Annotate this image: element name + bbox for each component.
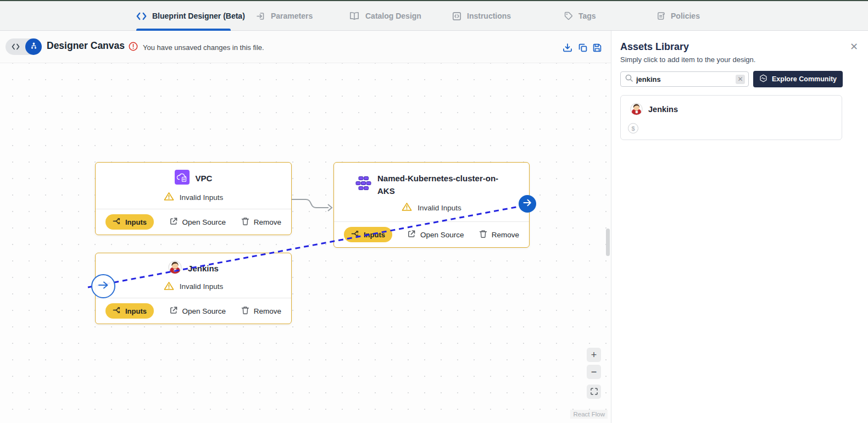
canvas-scrollbar-thumb[interactable] [606, 229, 610, 256]
inputs-button[interactable]: Inputs [105, 303, 154, 319]
remove-button[interactable]: Remove [241, 306, 281, 316]
warning-triangle-icon [402, 202, 412, 213]
tab-catalog-design[interactable]: Catalog Design [349, 1, 421, 31]
jenkins-icon [168, 260, 182, 276]
remove-label: Remove [492, 231, 519, 239]
page-title: Designer Canvas [47, 40, 125, 52]
community-hexagon-icon [759, 74, 767, 84]
tab-instructions[interactable]: Instructions [452, 1, 511, 31]
tab-label: Parameters [271, 12, 313, 20]
zoom-in-button[interactable]: + [587, 348, 601, 362]
branch-icon [113, 306, 121, 316]
asset-item-jenkins[interactable]: Jenkins $ [620, 95, 842, 140]
scroll-icon [656, 12, 665, 20]
tab-label: Policies [671, 12, 700, 20]
connection-handle-aks[interactable] [519, 195, 536, 213]
open-source-label: Open Source [182, 218, 226, 226]
node-vpc-body: VPC Invalid Inputs [96, 163, 291, 209]
trash-icon [479, 230, 487, 240]
org-chart-icon [30, 42, 38, 52]
top-nav: Blueprint Designer (Beta) Parameters Cat… [0, 1, 868, 31]
kubernetes-cluster-icon [355, 175, 371, 194]
remove-label: Remove [254, 218, 281, 226]
download-button[interactable] [563, 43, 572, 53]
dollar-circle-icon: $ [628, 123, 638, 133]
node-kubernetes-cluster[interactable]: Named-Kubernetes-cluster-on-AKS Invalid … [333, 162, 530, 248]
tab-tags[interactable]: Tags [564, 1, 596, 31]
react-flow-attribution: React Flow [570, 410, 608, 419]
node-title: VPC [196, 174, 213, 183]
arrow-into-box-icon [256, 12, 265, 21]
clear-x-icon: ✕ [737, 75, 743, 84]
fit-view-icon [591, 385, 598, 398]
inputs-button[interactable]: Inputs [344, 227, 392, 242]
open-source-label: Open Source [182, 307, 226, 315]
inputs-button[interactable]: Inputs [105, 214, 154, 230]
warning-circle-icon [129, 42, 138, 53]
designer-canvas[interactable]: VPC Invalid Inputs Inputs Open Source Re… [0, 31, 611, 423]
vpc-to-aks-edge [292, 199, 329, 208]
code-icon [136, 12, 147, 20]
inputs-label: Inputs [364, 231, 385, 239]
open-source-label: Open Source [420, 231, 464, 239]
explore-community-label: Explore Community [772, 75, 837, 83]
arrow-right-icon [523, 199, 532, 209]
trash-icon [241, 306, 249, 316]
open-source-button[interactable]: Open Source [169, 217, 226, 227]
designer-view-button[interactable] [25, 38, 42, 55]
vpc-to-aks-edge-arrowhead [328, 204, 332, 211]
asset-name: Jenkins [648, 105, 678, 114]
clear-search-button[interactable]: ✕ [736, 75, 745, 84]
zoom-out-button[interactable]: − [587, 365, 601, 379]
jenkins-icon [630, 103, 643, 118]
duplicate-button[interactable] [578, 43, 588, 53]
tab-policies[interactable]: Policies [656, 1, 700, 31]
search-icon [621, 74, 633, 84]
code-view-button[interactable] [5, 43, 25, 50]
search-input[interactable] [633, 75, 736, 84]
tab-parameters[interactable]: Parameters [256, 1, 313, 31]
remove-button[interactable]: Remove [241, 217, 281, 227]
branch-icon [351, 230, 359, 240]
node-title: Named-Kubernetes-cluster-on-AKS [377, 172, 508, 198]
node-jenkins-footer: Inputs Open Source Remove [96, 298, 291, 324]
open-source-button[interactable]: Open Source [169, 306, 226, 316]
node-status: Invalid Inputs [418, 204, 461, 212]
node-status: Invalid Inputs [180, 193, 224, 202]
trash-icon [241, 217, 249, 227]
node-vpc[interactable]: VPC Invalid Inputs Inputs Open Source Re… [95, 162, 292, 235]
branch-icon [113, 217, 121, 227]
warning-triangle-icon [164, 281, 174, 292]
close-icon: ✕ [850, 41, 858, 52]
panel-title: Assets Library [620, 41, 689, 53]
open-source-button[interactable]: Open Source [407, 230, 464, 240]
asset-search-box: ✕ [620, 71, 749, 87]
connection-handle-jenkins[interactable] [91, 274, 115, 298]
view-toggle [5, 38, 42, 55]
explore-community-button[interactable]: Explore Community [753, 71, 843, 87]
remove-label: Remove [254, 307, 281, 315]
save-button[interactable] [592, 43, 602, 53]
node-vpc-footer: Inputs Open Source Remove [96, 209, 291, 235]
inputs-label: Inputs [125, 218, 147, 226]
tag-icon [564, 12, 573, 20]
node-title: Jenkins [188, 264, 219, 273]
node-jenkins-body: Jenkins Invalid Inputs [96, 253, 291, 298]
fit-view-button[interactable] [587, 385, 601, 399]
tab-label: Blueprint Designer (Beta) [152, 12, 245, 20]
close-panel-button[interactable]: ✕ [850, 42, 858, 52]
open-book-icon [349, 12, 360, 20]
assets-library-panel: Assets Library ✕ Simply click to add ite… [611, 31, 868, 423]
external-link-icon [407, 230, 416, 240]
node-jenkins[interactable]: Jenkins Invalid Inputs Inputs Open Sourc… [95, 253, 292, 324]
aws-vpc-icon [175, 170, 190, 187]
tab-label: Instructions [467, 12, 511, 20]
unsaved-changes-text: You have unsaved changes in this file. [143, 43, 264, 52]
warning-triangle-icon [164, 192, 174, 203]
remove-button[interactable]: Remove [479, 230, 519, 240]
external-link-icon [169, 217, 178, 227]
canvas-header: Designer Canvas You have unsaved changes… [0, 31, 611, 63]
arrow-right-icon [98, 281, 109, 292]
external-link-icon [169, 306, 178, 316]
tab-blueprint-designer[interactable]: Blueprint Designer (Beta) [136, 1, 245, 31]
